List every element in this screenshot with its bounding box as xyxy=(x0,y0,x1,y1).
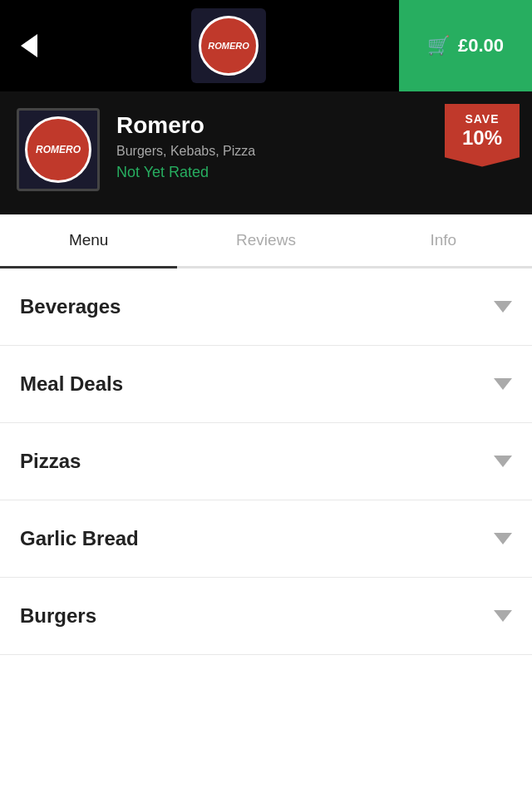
header-logo-box: Romero xyxy=(191,8,266,83)
menu-category-label-beverages: Beverages xyxy=(20,295,121,318)
restaurant-logo-inner: Romero xyxy=(25,116,91,183)
menu-category-burgers[interactable]: Burgers xyxy=(0,578,532,655)
chevron-down-icon-meal-deals xyxy=(494,378,512,390)
header-logo-container: Romero xyxy=(58,8,399,83)
restaurant-rating: Not Yet Rated xyxy=(116,164,255,181)
restaurant-name: Romero xyxy=(116,112,255,139)
menu-category-label-meal-deals: Meal Deals xyxy=(20,372,123,396)
cart-price: £0.00 xyxy=(458,35,504,57)
app-header: Romero 🛒 £0.00 xyxy=(0,0,532,91)
menu-list: Beverages Meal Deals Pizzas Garlic Bread… xyxy=(0,268,532,655)
menu-category-label-burgers: Burgers xyxy=(20,604,96,628)
menu-category-pizzas[interactable]: Pizzas xyxy=(0,423,532,500)
header-logo-text: Romero xyxy=(208,41,249,51)
restaurant-details: Romero Burgers, Kebabs, Pizza Not Yet Ra… xyxy=(116,108,255,181)
tab-bar: Menu Reviews Info xyxy=(0,214,532,268)
chevron-down-icon-garlic-bread xyxy=(494,533,512,544)
cart-icon: 🛒 xyxy=(427,35,450,57)
save-badge: SAVE 10% xyxy=(445,104,520,167)
restaurant-logo: Romero xyxy=(17,108,100,191)
save-percent: 10% xyxy=(458,126,506,150)
restaurant-info: Romero Romero Burgers, Kebabs, Pizza Not… xyxy=(0,91,532,214)
chevron-down-icon-pizzas xyxy=(494,456,512,467)
cart-button[interactable]: 🛒 £0.00 xyxy=(399,0,532,91)
chevron-down-icon-beverages xyxy=(494,301,512,313)
tab-reviews[interactable]: Reviews xyxy=(177,214,354,266)
menu-category-garlic-bread[interactable]: Garlic Bread xyxy=(0,500,532,578)
tab-info[interactable]: Info xyxy=(355,214,532,266)
restaurant-logo-text: Romero xyxy=(36,144,81,155)
menu-category-label-pizzas: Pizzas xyxy=(20,450,81,473)
menu-category-meal-deals[interactable]: Meal Deals xyxy=(0,346,532,423)
menu-category-beverages[interactable]: Beverages xyxy=(0,268,532,346)
back-button[interactable] xyxy=(0,0,58,91)
back-arrow-icon xyxy=(21,34,37,57)
chevron-down-icon-burgers xyxy=(494,610,512,622)
menu-category-label-garlic-bread: Garlic Bread xyxy=(20,527,139,550)
save-label: SAVE xyxy=(458,112,506,126)
header-logo-inner: Romero xyxy=(199,16,259,76)
tab-menu[interactable]: Menu xyxy=(0,214,177,266)
restaurant-categories: Burgers, Kebabs, Pizza xyxy=(116,144,255,159)
